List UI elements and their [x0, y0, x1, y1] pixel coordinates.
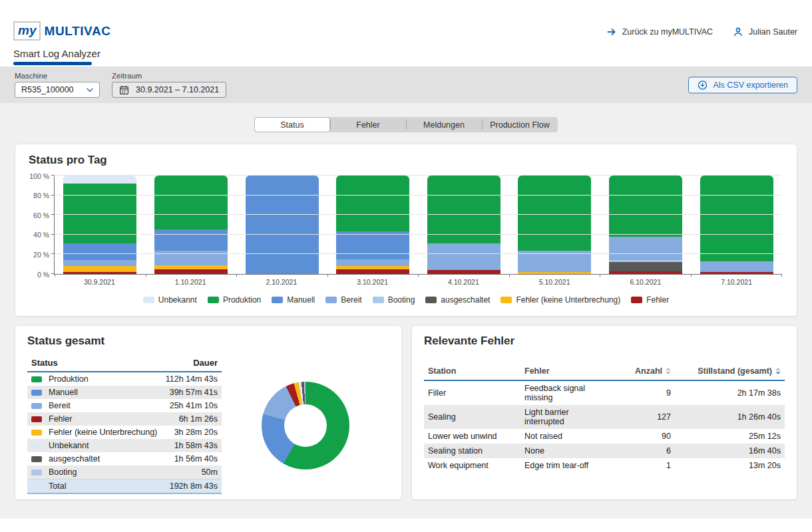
y-axis-label: 40 % [33, 231, 49, 239]
fehler-table-row: SealingLight barrier interrupted1271h 26… [424, 405, 785, 429]
smart-log-analyzer-app: my MULTIVAC Zurück zu myMULTIVAC Julian … [0, 0, 812, 532]
status-swatch [31, 456, 42, 462]
legend-swatch [143, 297, 154, 303]
legend-item-ausgeschaltet[interactable]: ausgeschaltet [425, 295, 490, 305]
status-swatch [31, 469, 42, 475]
status-table-row: Unbekannt1h 58m 43s [27, 439, 222, 452]
x-axis-label: 1.10.2021 [154, 278, 227, 286]
legend-item-manuell[interactable]: Manuell [272, 295, 315, 305]
status-table-row: Fehler (keine Unterbrechung)3h 28m 20s [27, 426, 222, 439]
bar-segment-bereit [700, 261, 773, 272]
stacked-bar [609, 176, 682, 274]
chart-plot-area: 0 %20 %40 %60 %80 %100 % [54, 176, 782, 275]
status-table-row: Booting50m [27, 466, 222, 479]
status-gesamt-card: Status gesamt Status Dauer Produktion112… [15, 325, 402, 500]
anzahl-column-header: Anzahl [605, 362, 675, 380]
fehler-table-row: Lower web unwindNot raised9025m 12s [424, 429, 785, 444]
legend-swatch [373, 297, 384, 303]
legend-swatch [325, 297, 337, 303]
x-axis-label: 2.10.2021 [245, 278, 318, 286]
machine-label: Maschine [15, 72, 100, 80]
bar-segment-bereit [336, 259, 409, 266]
status-table-row: Manuell39h 57m 41s [27, 386, 222, 399]
x-axis-label: 4.10.2021 [427, 278, 500, 286]
status-swatch [31, 376, 42, 382]
status-swatch [31, 390, 42, 396]
user-menu[interactable]: Julian Sauter [733, 27, 797, 37]
legend-swatch [272, 297, 283, 303]
status-swatch [31, 430, 42, 436]
x-axis-label: 7.10.2021 [700, 278, 773, 286]
machine-select-value: R535_100000 [21, 85, 74, 94]
calendar-icon [119, 85, 129, 95]
legend-item-booting[interactable]: Booting [373, 295, 415, 305]
tab-smart-log-analyzer[interactable]: Smart Log Analyzer [13, 48, 101, 59]
status-pro-tag-card: Status pro Tag 0 %20 %40 %60 %80 %100 % … [15, 144, 797, 317]
stacked-bar [63, 176, 136, 274]
status-gesamt-table: Status Dauer Produktion112h 14m 43sManue… [27, 354, 222, 494]
bar-segment-bereit [63, 260, 136, 266]
user-icon [733, 27, 743, 37]
station-column-header: Station [424, 362, 520, 380]
view-tab-production-flow[interactable]: Production Flow [482, 117, 558, 132]
active-tab-underline [13, 62, 92, 65]
legend-item-fehler_ku[interactable]: Fehler (keine Unterbrechung) [501, 295, 620, 305]
x-axis-label: 30.9.2021 [63, 278, 136, 286]
anzahl-sort-button[interactable] [666, 368, 671, 374]
bar-segment-manuell [336, 231, 409, 259]
bar-segment-produktion [427, 176, 501, 243]
status-swatch [31, 443, 42, 449]
bar-segment-bereit [154, 251, 228, 265]
view-tab-status[interactable]: Status [254, 117, 330, 132]
main-content: StatusFehlerMeldungenProduction Flow Sta… [0, 103, 812, 519]
period-value: 30.9.2021 – 7.10.2021 [136, 85, 219, 94]
chart-legend: UnbekanntProduktionManuellBereitBootinga… [29, 295, 783, 305]
export-csv-button[interactable]: Als CSV exportieren [688, 76, 797, 93]
view-tab-meldungen[interactable]: Meldungen [406, 117, 482, 132]
legend-item-unbekannt[interactable]: Unbekannt [143, 295, 197, 305]
stacked-bar [427, 176, 501, 274]
fehler-table-row: FillerFeedback signal missing92h 17m 38s [424, 380, 785, 405]
bar-segment-fehler [154, 269, 228, 274]
legend-item-fehler[interactable]: Fehler [631, 295, 669, 305]
back-to-mymultivac-link[interactable]: Zurück zu myMULTIVAC [606, 27, 713, 37]
y-axis-label: 60 % [33, 211, 49, 219]
bar-segment-fehler [336, 269, 409, 274]
relevante-fehler-table: Station Fehler Anzahl Stillstand (g [424, 362, 785, 473]
logo-my-badge: my [13, 21, 41, 41]
legend-item-produktion[interactable]: Produktion [208, 295, 261, 305]
relevante-fehler-card: Relevante Fehler Station Fehler Anzahl [411, 325, 797, 500]
legend-item-bereit[interactable]: Bereit [325, 295, 361, 305]
y-axis-label: 80 % [33, 192, 49, 200]
stillstand-sort-button[interactable] [775, 368, 781, 374]
mymultivac-logo: my MULTIVAC [13, 21, 111, 41]
view-tab-fehler[interactable]: Fehler [330, 117, 406, 132]
status-pro-tag-title: Status pro Tag [29, 154, 783, 167]
stacked-bar [700, 176, 773, 274]
status-donut-chart [262, 382, 349, 469]
bar-segment-bereit [427, 243, 501, 270]
view-tabs: StatusFehlerMeldungenProduction Flow [254, 117, 558, 132]
stacked-bar [246, 176, 319, 274]
stacked-bar-chart: 0 %20 %40 %60 %80 %100 % 30.9.20211.10.2… [29, 176, 783, 289]
bar-segment-manuell [154, 229, 228, 250]
status-table-row: Produktion112h 14m 43s [27, 372, 222, 386]
period-datepicker[interactable]: 30.9.2021 – 7.10.2021 [112, 82, 226, 98]
logo-brand-text: MULTIVAC [44, 24, 110, 39]
machine-select[interactable]: R535_100000 [15, 82, 100, 98]
y-axis-label: 0 % [37, 271, 49, 279]
stillstand-column-header: Stillstand (gesamt) [675, 362, 785, 380]
dauer-column-header: Dauer [162, 354, 222, 372]
status-total-row: Total192h 8m 43s [27, 479, 222, 494]
period-label: Zeitraum [112, 72, 226, 80]
user-name: Julian Sauter [749, 27, 797, 37]
download-icon [698, 80, 708, 90]
back-link-label: Zurück zu myMULTIVAC [622, 27, 713, 37]
bar-segment-ausgeschaltet [609, 262, 682, 271]
y-axis-label: 100 % [29, 172, 49, 180]
bar-segment-manuell [246, 176, 319, 274]
stacked-bar [518, 176, 591, 274]
relevante-fehler-title: Relevante Fehler [424, 334, 785, 348]
status-table-row: Fehler6h 1m 26s [27, 412, 222, 426]
status-swatch [31, 416, 42, 422]
